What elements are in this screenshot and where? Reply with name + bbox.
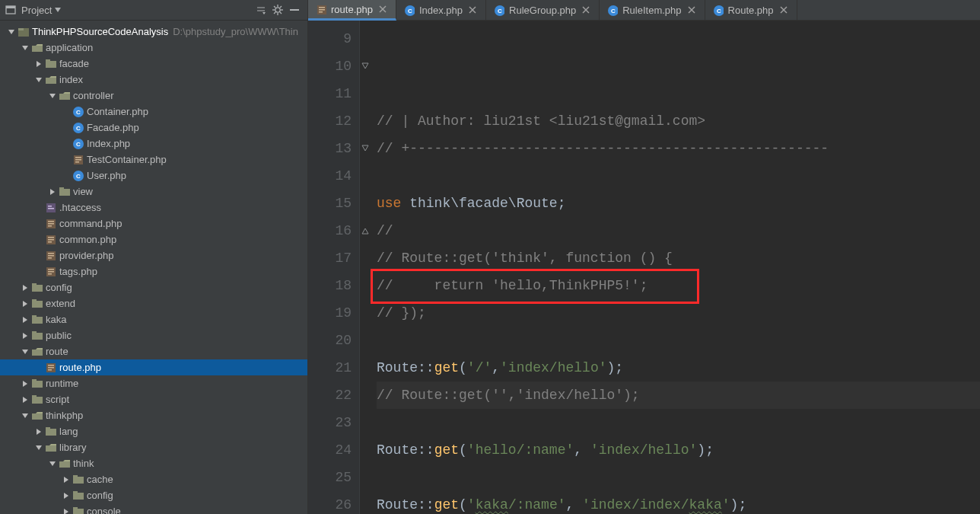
line-number[interactable]: 15 bbox=[308, 190, 352, 217]
tree-node[interactable]: runtime bbox=[0, 375, 307, 391]
tree-node[interactable]: tags.php bbox=[0, 263, 307, 279]
project-dropdown-caret[interactable] bbox=[55, 7, 61, 13]
tree-node[interactable]: CFacade.php bbox=[0, 120, 307, 136]
tree-node[interactable]: common.php bbox=[0, 231, 307, 247]
tree-collapse-icon[interactable] bbox=[61, 477, 72, 483]
line-number[interactable]: 13 bbox=[308, 135, 352, 162]
tree-node[interactable]: script bbox=[0, 391, 307, 407]
gear-icon[interactable] bbox=[269, 2, 286, 18]
line-number[interactable]: 17 bbox=[308, 244, 352, 272]
tree-node[interactable]: controller bbox=[0, 88, 307, 104]
project-tree[interactable]: ThinkPHPSourceCodeAnalysisD:\phpstudy_pr… bbox=[0, 21, 307, 514]
tree-collapse-icon[interactable] bbox=[47, 189, 58, 195]
editor-tab[interactable]: CRoute.php bbox=[705, 0, 797, 20]
code-line[interactable] bbox=[377, 409, 980, 436]
close-icon[interactable] bbox=[686, 5, 697, 15]
code-line[interactable]: // | Author: liu21st <liu21st@gmail.com> bbox=[377, 107, 980, 135]
tree-collapse-icon[interactable] bbox=[61, 509, 72, 515]
line-number[interactable]: 19 bbox=[308, 299, 352, 327]
tree-collapse-icon[interactable] bbox=[33, 429, 44, 435]
tree-collapse-icon[interactable] bbox=[20, 317, 30, 323]
tree-expand-icon[interactable] bbox=[6, 29, 17, 35]
tree-collapse-icon[interactable] bbox=[20, 333, 30, 339]
tree-node[interactable]: provider.php bbox=[0, 247, 307, 263]
tree-collapse-icon[interactable] bbox=[33, 61, 44, 67]
code-line[interactable]: // Route::get('','index/hello'); bbox=[377, 382, 980, 409]
line-number[interactable]: 14 bbox=[308, 162, 352, 190]
tree-node[interactable]: cache bbox=[0, 471, 307, 487]
close-icon[interactable] bbox=[377, 4, 388, 14]
line-number[interactable]: 23 bbox=[308, 409, 352, 436]
line-number[interactable]: 18 bbox=[308, 272, 352, 299]
editor-tabbar[interactable]: route.phpCIndex.phpCRuleGroup.phpCRuleIt… bbox=[308, 0, 980, 21]
tree-node[interactable]: public bbox=[0, 327, 307, 343]
tree-node[interactable]: thinkphp bbox=[0, 407, 307, 423]
line-number[interactable]: 22 bbox=[308, 382, 352, 409]
code-line[interactable]: Route::get('hello/:name', 'index/hello')… bbox=[377, 436, 980, 464]
close-icon[interactable] bbox=[467, 5, 478, 15]
line-number[interactable]: 26 bbox=[308, 491, 352, 514]
tree-collapse-icon[interactable] bbox=[61, 493, 72, 499]
line-number[interactable]: 16 bbox=[308, 217, 352, 244]
line-number[interactable]: 10 bbox=[308, 53, 352, 80]
tree-node[interactable]: command.php bbox=[0, 215, 307, 231]
tree-expand-icon[interactable] bbox=[47, 93, 58, 99]
tree-node[interactable]: CIndex.php bbox=[0, 136, 307, 152]
tree-node[interactable]: facade bbox=[0, 56, 307, 72]
tree-collapse-icon[interactable] bbox=[20, 301, 30, 307]
line-number[interactable]: 12 bbox=[308, 107, 352, 135]
line-number-gutter[interactable]: 91011121314151617181920212223242526 bbox=[308, 21, 360, 514]
tree-node[interactable]: index bbox=[0, 72, 307, 88]
tree-collapse-icon[interactable] bbox=[20, 285, 30, 291]
tree-node[interactable]: view bbox=[0, 184, 307, 200]
tree-collapse-icon[interactable] bbox=[20, 381, 30, 387]
line-number[interactable]: 9 bbox=[308, 25, 352, 53]
line-number[interactable]: 24 bbox=[308, 436, 352, 464]
tree-expand-icon[interactable] bbox=[33, 77, 44, 83]
editor-tab[interactable]: route.php bbox=[308, 0, 396, 21]
hide-panel-icon[interactable] bbox=[286, 2, 303, 18]
editor-tab[interactable]: CRuleItem.php bbox=[600, 0, 705, 20]
tree-expand-icon[interactable] bbox=[20, 349, 30, 355]
tree-node[interactable]: library bbox=[0, 439, 307, 455]
code-line[interactable]: Route::get('/','index/hello'); bbox=[377, 354, 980, 382]
line-number[interactable]: 25 bbox=[308, 464, 352, 491]
code-line[interactable]: // }); bbox=[377, 299, 980, 327]
tree-node[interactable]: TestContainer.php bbox=[0, 152, 307, 168]
tree-node[interactable]: .htaccess bbox=[0, 200, 307, 215]
code-line[interactable]: use think\facade\Route; bbox=[377, 190, 980, 217]
tree-expand-icon[interactable] bbox=[20, 45, 30, 51]
tree-node[interactable]: application bbox=[0, 40, 307, 56]
code-line[interactable] bbox=[377, 162, 980, 190]
tree-node[interactable]: lang bbox=[0, 423, 307, 439]
code-line[interactable] bbox=[377, 327, 980, 354]
tree-node[interactable]: route bbox=[0, 343, 307, 359]
close-icon[interactable] bbox=[778, 5, 789, 15]
tree-collapse-icon[interactable] bbox=[20, 397, 30, 403]
tree-node[interactable]: config bbox=[0, 487, 307, 503]
tree-node[interactable]: ThinkPHPSourceCodeAnalysisD:\phpstudy_pr… bbox=[0, 24, 307, 40]
code-line[interactable]: // Route::get('think', function () { bbox=[377, 244, 980, 272]
tree-node[interactable]: CContainer.php bbox=[0, 104, 307, 120]
code-canvas[interactable]: // | Author: liu21st <liu21st@gmail.com>… bbox=[360, 21, 980, 514]
line-number[interactable]: 21 bbox=[308, 354, 352, 382]
code-line[interactable]: // return 'hello,ThinkPHP5!'; bbox=[377, 272, 980, 299]
code-line[interactable] bbox=[377, 464, 980, 491]
tree-node[interactable]: think bbox=[0, 455, 307, 471]
panel-options-icon[interactable] bbox=[253, 2, 269, 18]
code-line[interactable]: // +------------------------------------… bbox=[377, 135, 980, 162]
tree-node[interactable]: config bbox=[0, 279, 307, 295]
tree-expand-icon[interactable] bbox=[20, 413, 30, 419]
code-line[interactable]: // bbox=[377, 217, 980, 244]
tree-node[interactable]: kaka bbox=[0, 311, 307, 327]
close-icon[interactable] bbox=[581, 5, 591, 15]
code-line[interactable]: Route::get('kaka/:name', 'index/index/ka… bbox=[377, 491, 980, 514]
tree-node[interactable]: console bbox=[0, 503, 307, 514]
tree-expand-icon[interactable] bbox=[47, 461, 58, 467]
line-number[interactable]: 20 bbox=[308, 327, 352, 354]
editor-tab[interactable]: CIndex.php bbox=[396, 0, 486, 20]
tree-node[interactable]: extend bbox=[0, 295, 307, 311]
tree-node[interactable]: route.php bbox=[0, 359, 307, 375]
tree-node[interactable]: CUser.php bbox=[0, 168, 307, 184]
line-number[interactable]: 11 bbox=[308, 80, 352, 107]
